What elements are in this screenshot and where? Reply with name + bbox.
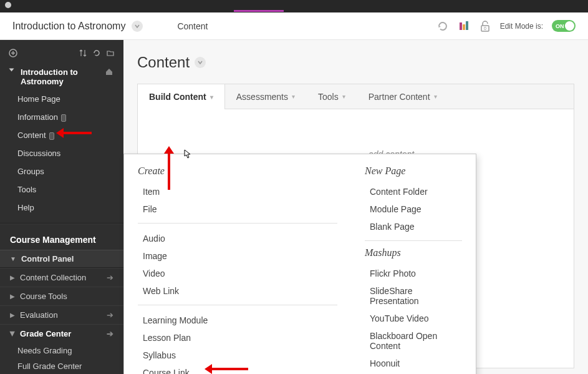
svg-text:0: 0: [484, 26, 486, 31]
menu-item-audio[interactable]: Audio: [138, 230, 337, 247]
menu-item-youtube[interactable]: YouTube Video: [365, 310, 462, 327]
menu-heading-mashups: Mashups: [365, 247, 462, 258]
home-icon[interactable]: [105, 67, 113, 78]
availability-badge-icon: [49, 132, 54, 140]
sidebar-item-discussions[interactable]: Discussions: [0, 144, 123, 162]
menu-item-image[interactable]: Image: [138, 247, 337, 265]
control-panel-header[interactable]: ▼ Control Panel: [0, 250, 123, 268]
toggle-state-label: ON: [556, 23, 564, 29]
sidebar-toolbar: [0, 46, 123, 61]
course-header: Introduction to Astronomy Content 0 Edit…: [0, 12, 588, 40]
action-bar: Build Content▾ Assessments▾ Tools▾ Partn…: [137, 84, 574, 109]
arrow-go-icon[interactable]: ➔: [107, 273, 113, 282]
arrow-go-icon[interactable]: ➔: [107, 310, 113, 320]
caret-right-icon: ▶: [10, 293, 15, 300]
menu-item-module-page[interactable]: Module Page: [365, 200, 462, 218]
reorder-icon[interactable]: [79, 49, 87, 59]
build-content-menu: Create Item File Audio Image Video Web L…: [123, 154, 476, 374]
menu-item-video[interactable]: Video: [138, 265, 337, 282]
menu-item-hoonuit[interactable]: Hoonuit: [365, 355, 462, 372]
chevron-down-icon: ▾: [434, 93, 437, 100]
chevron-down-icon[interactable]: [132, 21, 143, 32]
edit-mode-toggle[interactable]: ON: [552, 20, 576, 32]
menu-item-item[interactable]: Item: [138, 183, 337, 200]
caret-right-icon: ▶: [10, 274, 15, 281]
panel-content-collection[interactable]: ▶ Content Collection ➔: [0, 268, 123, 287]
edit-mode-label: Edit Mode is:: [500, 22, 543, 31]
tab-tools[interactable]: Tools▾: [307, 84, 357, 109]
menu-item-learning-module[interactable]: Learning Module: [138, 312, 337, 329]
tab-partner-content[interactable]: Partner Content▾: [357, 84, 449, 109]
tab-assessments[interactable]: Assessments▾: [225, 84, 307, 109]
menu-item-lesson-plan[interactable]: Lesson Plan: [138, 329, 337, 347]
breadcrumb[interactable]: Content: [177, 21, 208, 31]
menu-item-syllabus[interactable]: Syllabus: [138, 347, 337, 364]
sidebar-item-help[interactable]: Help: [0, 199, 123, 217]
svg-rect-2: [466, 21, 468, 30]
grade-center-needs-grading[interactable]: Needs Grading: [0, 343, 123, 358]
browser-tab-strip: [0, 10, 588, 12]
grade-center-full[interactable]: Full Grade Center: [0, 358, 123, 374]
sidebar-item-tools[interactable]: Tools: [0, 180, 123, 199]
caret-right-icon: ▶: [10, 312, 15, 318]
chevron-down-icon: ▾: [342, 93, 345, 100]
main-content: Content Build Content▾ Assessments▾ Tool…: [123, 40, 588, 374]
chevron-down-icon: ▾: [210, 94, 213, 101]
sidebar-item-groups[interactable]: Groups: [0, 162, 123, 180]
page-title: Content: [137, 54, 574, 71]
menu-heading-create: Create: [138, 165, 337, 177]
refresh-sidebar-icon[interactable]: [92, 49, 101, 59]
course-management-heading: Course Management: [0, 230, 123, 250]
menu-item-content-folder[interactable]: Content Folder: [365, 183, 462, 200]
svg-rect-1: [463, 24, 465, 30]
chevron-down-icon[interactable]: [195, 57, 206, 68]
menu-item-blank-page[interactable]: Blank Page: [365, 218, 462, 235]
color-theme-icon[interactable]: [458, 20, 470, 32]
panel-course-tools[interactable]: ▶ Course Tools: [0, 287, 123, 305]
menu-item-file[interactable]: File: [138, 200, 337, 218]
panel-evaluation[interactable]: ▶ Evaluation ➔: [0, 305, 123, 324]
course-sidebar: Introduction toAstronomy Home Page Infor…: [0, 40, 123, 374]
divider: [0, 223, 123, 224]
sidebar-course-home[interactable]: Introduction toAstronomy: [0, 61, 123, 90]
menu-heading-new-page: New Page: [365, 165, 462, 177]
menu-item-bb-open-content[interactable]: Blackboard Open Content: [365, 327, 462, 355]
folder-icon[interactable]: [106, 49, 115, 59]
chevron-down-icon: ▾: [292, 93, 295, 100]
sidebar-course-name: Introduction toAstronomy: [21, 67, 78, 86]
caret-down-icon: ▼: [10, 255, 16, 262]
tab-build-content[interactable]: Build Content▾: [138, 84, 225, 109]
panel-grade-center[interactable]: ▶ Grade Center ➔: [0, 324, 123, 343]
sidebar-item-home-page[interactable]: Home Page: [0, 90, 123, 108]
app-icon: [5, 2, 11, 8]
os-titlebar: [0, 0, 588, 10]
caret-down-icon: [9, 69, 14, 72]
add-icon[interactable]: [9, 49, 17, 59]
menu-item-flickr[interactable]: Flickr Photo: [365, 265, 462, 282]
lock-open-icon[interactable]: 0: [479, 20, 491, 32]
sidebar-item-content[interactable]: Content: [0, 126, 123, 144]
menu-item-slideshare[interactable]: SlideShare Presentation: [365, 282, 462, 310]
course-title[interactable]: Introduction to Astronomy: [12, 21, 125, 32]
sidebar-item-information[interactable]: Information: [0, 108, 123, 126]
svg-rect-0: [460, 22, 462, 30]
availability-badge-icon: [61, 114, 66, 122]
menu-item-course-link[interactable]: Course Link: [138, 364, 337, 374]
refresh-icon[interactable]: [436, 20, 449, 32]
menu-item-web-link[interactable]: Web Link: [138, 282, 337, 300]
arrow-go-icon[interactable]: ➔: [107, 329, 113, 338]
caret-down-icon: ▶: [9, 332, 16, 337]
